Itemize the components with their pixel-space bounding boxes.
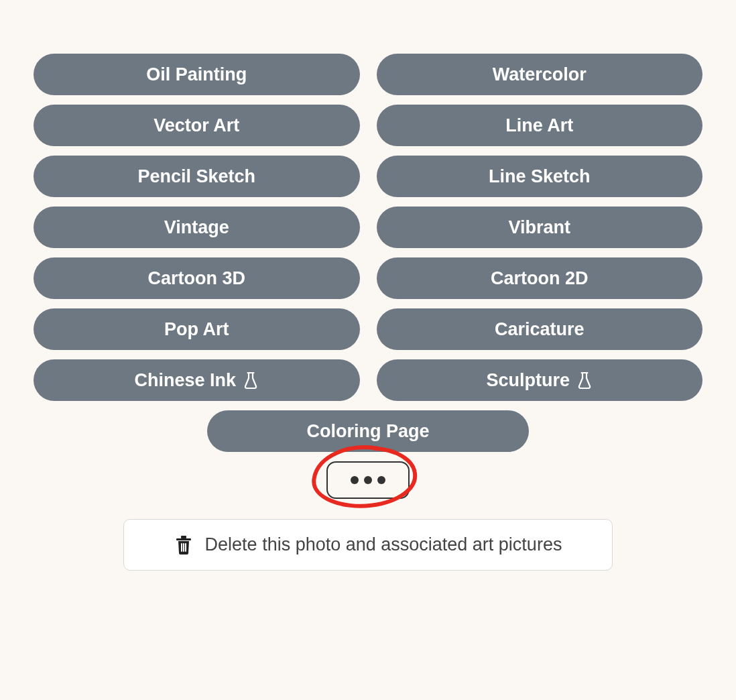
style-picker-container: Oil Painting Watercolor Vector Art Line …	[0, 0, 736, 571]
trash-icon	[174, 535, 193, 555]
style-label: Vibrant	[508, 217, 570, 238]
style-label: Line Art	[505, 115, 573, 136]
flask-icon	[576, 371, 593, 389]
style-label: Pencil Sketch	[137, 166, 255, 187]
style-row-center: Coloring Page	[34, 410, 702, 452]
delete-label: Delete this photo and associated art pic…	[205, 534, 562, 555]
style-coloring-page[interactable]: Coloring Page	[207, 410, 529, 452]
style-label: Chinese Ink	[134, 370, 236, 391]
style-label: Sculpture	[486, 370, 570, 391]
delete-button[interactable]: Delete this photo and associated art pic…	[123, 519, 613, 571]
svg-rect-6	[185, 543, 186, 552]
style-oil-painting[interactable]: Oil Painting	[34, 54, 360, 95]
delete-row: Delete this photo and associated art pic…	[34, 519, 702, 571]
style-caricature[interactable]: Caricature	[377, 308, 703, 350]
style-label: Vintage	[164, 217, 229, 238]
style-watercolor[interactable]: Watercolor	[377, 54, 703, 95]
dot-icon	[351, 476, 359, 484]
svg-rect-3	[181, 536, 186, 538]
style-label: Oil Painting	[146, 64, 247, 85]
style-label: Coloring Page	[306, 421, 429, 442]
svg-rect-5	[183, 543, 184, 552]
more-row	[34, 461, 702, 499]
style-sculpture[interactable]: Sculpture	[377, 359, 703, 401]
style-grid: Oil Painting Watercolor Vector Art Line …	[34, 54, 702, 401]
style-label: Cartoon 3D	[147, 268, 245, 289]
style-cartoon-3d[interactable]: Cartoon 3D	[34, 257, 360, 299]
style-vibrant[interactable]: Vibrant	[377, 207, 703, 248]
more-button[interactable]	[326, 461, 410, 499]
style-vintage[interactable]: Vintage	[34, 207, 360, 248]
style-chinese-ink[interactable]: Chinese Ink	[34, 359, 360, 401]
style-line-sketch[interactable]: Line Sketch	[377, 156, 703, 197]
style-line-art[interactable]: Line Art	[377, 105, 703, 146]
style-label: Pop Art	[164, 319, 229, 340]
style-label: Caricature	[495, 319, 585, 340]
style-label: Line Sketch	[489, 166, 591, 187]
svg-rect-4	[181, 543, 182, 552]
dot-icon	[364, 476, 372, 484]
svg-rect-2	[176, 538, 191, 540]
style-label: Cartoon 2D	[491, 268, 589, 289]
style-pencil-sketch[interactable]: Pencil Sketch	[34, 156, 360, 197]
dot-icon	[377, 476, 385, 484]
flask-icon	[243, 371, 259, 389]
style-label: Watercolor	[493, 64, 587, 85]
style-pop-art[interactable]: Pop Art	[34, 308, 360, 350]
style-vector-art[interactable]: Vector Art	[34, 105, 360, 146]
style-cartoon-2d[interactable]: Cartoon 2D	[377, 257, 703, 299]
style-label: Vector Art	[154, 115, 239, 136]
